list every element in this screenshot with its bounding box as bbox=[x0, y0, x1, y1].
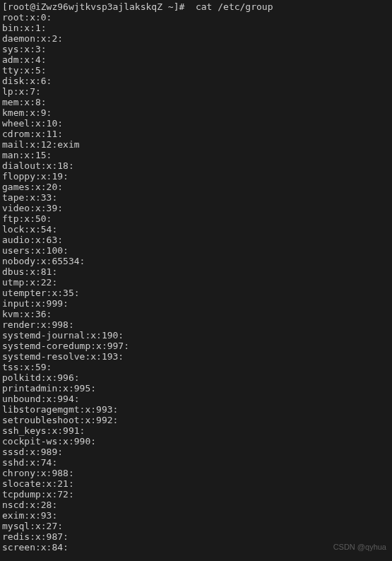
output-line: disk:x:6: bbox=[2, 76, 390, 86]
output-line: utmp:x:22: bbox=[2, 277, 390, 288]
output-line: floppy:x:19: bbox=[2, 171, 390, 182]
output-line: unbound:x:994: bbox=[2, 394, 390, 404]
output-line: utempter:x:35: bbox=[2, 288, 390, 298]
output-line: dialout:x:18: bbox=[2, 160, 390, 171]
output-line: printadmin:x:995: bbox=[2, 383, 390, 394]
output-line: mysql:x:27: bbox=[2, 521, 390, 531]
output-line: render:x:998: bbox=[2, 319, 390, 330]
output-line: tty:x:5: bbox=[2, 65, 390, 76]
output-line: chrony:x:988: bbox=[2, 468, 390, 478]
output-line: kmem:x:9: bbox=[2, 107, 390, 118]
output-line: tape:x:33: bbox=[2, 192, 390, 203]
output-line: dbus:x:81: bbox=[2, 266, 390, 277]
terminal[interactable]: [root@iZwz96wjtkvsp3ajlakskqZ ~]# cat /e… bbox=[2, 1, 390, 561]
output-line: nobody:x:65534: bbox=[2, 256, 390, 266]
prompt-line[interactable]: [root@iZwz96wjtkvsp3ajlakskqZ ~]# bbox=[2, 553, 390, 561]
output-line: systemd-resolve:x:193: bbox=[2, 351, 390, 362]
output-line: sssd:x:989: bbox=[2, 447, 390, 457]
output-line: screen:x:84: bbox=[2, 542, 390, 553]
output-line: input:x:999: bbox=[2, 298, 390, 309]
watermark: CSDN @qyhua bbox=[333, 542, 386, 553]
output-line: man:x:15: bbox=[2, 150, 390, 160]
output-line: bin:x:1: bbox=[2, 23, 390, 33]
output-line: ftp:x:50: bbox=[2, 213, 390, 224]
output-line: ssh_keys:x:991: bbox=[2, 425, 390, 436]
output-line: tss:x:59: bbox=[2, 362, 390, 372]
output-line: adm:x:4: bbox=[2, 54, 390, 65]
output-line: audio:x:63: bbox=[2, 235, 390, 245]
output-line: sys:x:3: bbox=[2, 44, 390, 54]
command-output: root:x:0:bin:x:1:daemon:x:2:sys:x:3:adm:… bbox=[2, 12, 390, 553]
output-line: libstoragemgmt:x:993: bbox=[2, 404, 390, 415]
output-line: kvm:x:36: bbox=[2, 309, 390, 319]
output-line: wheel:x:10: bbox=[2, 118, 390, 129]
output-line: lock:x:54: bbox=[2, 224, 390, 235]
output-line: cockpit-ws:x:990: bbox=[2, 436, 390, 447]
output-line: systemd-coredump:x:997: bbox=[2, 341, 390, 351]
command-line: [root@iZwz96wjtkvsp3ajlakskqZ ~]# cat /e… bbox=[2, 1, 390, 12]
output-line: redis:x:987: bbox=[2, 531, 390, 542]
output-line: daemon:x:2: bbox=[2, 33, 390, 44]
output-line: mem:x:8: bbox=[2, 97, 390, 107]
output-line: video:x:39: bbox=[2, 203, 390, 213]
output-line: tcpdump:x:72: bbox=[2, 489, 390, 500]
output-line: lp:x:7: bbox=[2, 86, 390, 97]
output-line: slocate:x:21: bbox=[2, 478, 390, 489]
output-line: root:x:0: bbox=[2, 12, 390, 23]
output-line: games:x:20: bbox=[2, 182, 390, 192]
output-line: setroubleshoot:x:992: bbox=[2, 415, 390, 425]
output-line: systemd-journal:x:190: bbox=[2, 330, 390, 341]
output-line: sshd:x:74: bbox=[2, 457, 390, 468]
output-line: polkitd:x:996: bbox=[2, 372, 390, 383]
output-line: cdrom:x:11: bbox=[2, 129, 390, 139]
output-line: users:x:100: bbox=[2, 245, 390, 256]
output-line: nscd:x:28: bbox=[2, 500, 390, 510]
output-line: exim:x:93: bbox=[2, 510, 390, 521]
output-line: mail:x:12:exim bbox=[2, 139, 390, 150]
